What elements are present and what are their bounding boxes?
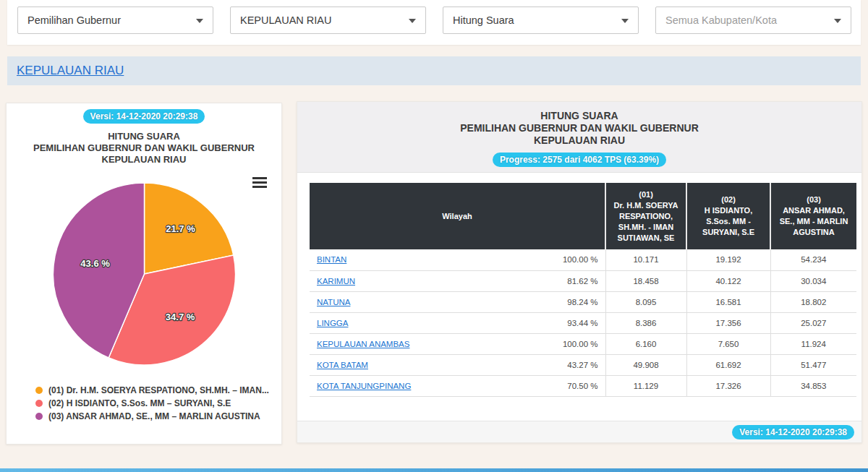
- region-link[interactable]: KOTA BATAM: [317, 361, 368, 369]
- version-badge: Versi: 14-12-2020 20:29:38: [83, 109, 205, 124]
- filter-bar: Pemilihan Gubernur KEPULAUAN RIAU Hitung…: [7, 0, 861, 45]
- region-link[interactable]: KOTA TANJUNGPINANG: [317, 382, 411, 390]
- chart-panel: Versi: 14-12-2020 20:29:38 HITUNG SUARA …: [6, 103, 282, 445]
- region-link[interactable]: LINGGA: [317, 319, 348, 327]
- table-row: KARIMUN 81.62 % 18.458 40.122 30.034: [310, 270, 856, 291]
- chart-title-line2: PEMILIHAN GUBERNUR DAN WAKIL GUBERNUR: [7, 142, 281, 154]
- table-row: KOTA BATAM 43.27 % 49.908 61.692 51.477: [310, 354, 856, 375]
- votes-candidate-1: 49.908: [605, 354, 686, 375]
- election-type-select[interactable]: Pemilihan Gubernur: [17, 7, 213, 34]
- region-progress: 98.24 %: [527, 291, 605, 312]
- region-link[interactable]: BINTAN: [317, 255, 346, 264]
- votes-candidate-1: 18.458: [605, 270, 686, 291]
- table-row: NATUNA 98.24 % 8.095 16.581 18.802: [310, 291, 856, 312]
- votes-candidate-3: 11.924: [770, 333, 856, 354]
- pie-chart-svg: 21.7 %34.7 %43.6 %: [7, 173, 283, 384]
- votes-candidate-2: 17.326: [686, 375, 770, 396]
- votes-candidate-1: 10.171: [605, 249, 686, 270]
- regency-placeholder: Semua Kabupaten/Kota: [665, 14, 777, 26]
- legend-item-candidate-2[interactable]: (02) H ISDIANTO, S.Sos. MM – SURYANI, S.…: [35, 397, 269, 410]
- progress-badge: Progress: 2575 dari 4062 TPS (63.39%): [493, 153, 666, 167]
- votes-candidate-2: 19.192: [686, 249, 770, 270]
- region-progress: 70.50 %: [527, 375, 605, 396]
- results-title-line2: PEMILIHAN GUBERNUR DAN WAKIL GUBERNUR: [297, 122, 861, 134]
- chart-title: HITUNG SUARA PEMILIHAN GUBERNUR DAN WAKI…: [7, 131, 281, 166]
- table-row: LINGGA 93.44 % 8.386 17.356 25.027: [310, 312, 856, 333]
- results-title-line3: KEPULAUAN RIAU: [297, 134, 861, 147]
- province-value: KEPULAUAN RIAU: [240, 14, 332, 26]
- votes-candidate-3: 51.477: [770, 354, 856, 375]
- votes-candidate-2: 40.122: [686, 270, 770, 291]
- legend-label: (01) Dr. H.M. SOERYA RESPATIONO, SH.MH. …: [48, 385, 269, 395]
- legend-item-candidate-3[interactable]: (03) ANSAR AHMAD, SE., MM – MARLIN AGUST…: [35, 410, 269, 423]
- column-header-candidate-1: (01) Dr. H.M. SOERYA RESPATIONO, SH.MH. …: [605, 183, 686, 249]
- region-link[interactable]: NATUNA: [317, 298, 350, 306]
- chevron-down-icon: [196, 19, 203, 23]
- pie-slice-label: 43.6 %: [80, 258, 110, 269]
- votes-candidate-2: 61.692: [686, 354, 770, 375]
- election-type-value: Pemilihan Gubernur: [27, 14, 121, 26]
- votes-candidate-2: 17.356: [686, 312, 770, 333]
- votes-candidate-1: 6.160: [605, 333, 686, 354]
- pie-slice-label: 21.7 %: [166, 223, 195, 234]
- results-footer: Versi: 14-12-2020 20:29:38: [297, 421, 861, 442]
- votes-candidate-2: 7.650: [686, 333, 770, 354]
- votes-candidate-2: 16.581: [686, 291, 770, 312]
- chart-title-line1: HITUNG SUARA: [7, 131, 281, 142]
- pie-slice-label: 34.7 %: [166, 312, 195, 322]
- count-mode-select[interactable]: Hitung Suara: [443, 7, 639, 34]
- results-table: Wilayah (01) Dr. H.M. SOERYA RESPATIONO,…: [310, 183, 856, 397]
- chevron-down-icon: [409, 19, 416, 23]
- region-link[interactable]: KEPULAUAN ANAMBAS: [317, 340, 409, 348]
- column-header-candidate-2: (02) H ISDIANTO, S.Sos. MM - SURYANI, S.…: [686, 183, 770, 249]
- votes-candidate-1: 8.386: [605, 312, 686, 333]
- candidate-name: Dr. H.M. SOERYA RESPATIONO, SH.MH. - IMA…: [613, 201, 678, 242]
- count-mode-value: Hitung Suara: [453, 14, 514, 26]
- chart-legend: (01) Dr. H.M. SOERYA RESPATIONO, SH.MH. …: [35, 384, 269, 423]
- region-progress: 81.62 %: [527, 270, 605, 291]
- votes-candidate-1: 8.095: [605, 291, 686, 312]
- legend-dot-icon: [35, 387, 43, 394]
- column-header-candidate-3: (03) ANSAR AHMAD, SE., MM - MARLIN AGUST…: [770, 183, 856, 249]
- table-row: KOTA TANJUNGPINANG 70.50 % 11.129 17.326…: [310, 375, 856, 396]
- chevron-down-icon: [834, 19, 841, 23]
- votes-candidate-3: 18.802: [770, 291, 856, 312]
- legend-dot-icon: [35, 413, 43, 420]
- candidate-name: ANSAR AHMAD, SE., MM - MARLIN AGUSTINA: [780, 206, 848, 236]
- chart-title-line3: KEPULAUAN RIAU: [7, 154, 281, 166]
- candidate-number: (03): [777, 194, 851, 205]
- legend-item-candidate-1[interactable]: (01) Dr. H.M. SOERYA RESPATIONO, SH.MH. …: [35, 384, 269, 397]
- breadcrumb: KEPULAUAN RIAU: [7, 56, 861, 85]
- region-link[interactable]: KARIMUN: [317, 277, 355, 286]
- results-panel: HITUNG SUARA PEMILIHAN GUBERNUR DAN WAKI…: [297, 101, 862, 443]
- table-row: BINTAN 100.00 % 10.171 19.192 54.234: [310, 249, 856, 270]
- province-select[interactable]: KEPULAUAN RIAU: [230, 7, 426, 34]
- column-header-region: Wilayah: [310, 183, 605, 249]
- votes-candidate-3: 25.027: [770, 312, 856, 333]
- legend-label: (03) ANSAR AHMAD, SE., MM – MARLIN AGUST…: [48, 411, 260, 421]
- legend-dot-icon: [35, 400, 43, 407]
- version-badge: Versi: 14-12-2020 20:29:38: [732, 425, 854, 439]
- legend-label: (02) H ISDIANTO, S.Sos. MM – SURYANI, S.…: [48, 398, 231, 408]
- region-progress: 100.00 %: [527, 333, 605, 354]
- region-progress: 93.44 %: [527, 312, 605, 333]
- breadcrumb-province-link[interactable]: KEPULAUAN RIAU: [17, 64, 124, 78]
- region-progress: 100.00 %: [527, 249, 605, 270]
- candidate-number: (01): [612, 189, 680, 200]
- results-title-line1: HITUNG SUARA: [297, 110, 861, 122]
- table-row: KEPULAUAN ANAMBAS 100.00 % 6.160 7.650 1…: [310, 333, 856, 354]
- regency-select[interactable]: Semua Kabupaten/Kota: [655, 7, 851, 34]
- table-header-row: Wilayah (01) Dr. H.M. SOERYA RESPATIONO,…: [310, 183, 856, 249]
- votes-candidate-1: 11.129: [605, 375, 686, 396]
- candidate-number: (02): [693, 194, 764, 205]
- candidate-name: H ISDIANTO, S.Sos. MM - SURYANI, S.E: [702, 206, 754, 236]
- votes-candidate-3: 34.853: [770, 375, 856, 396]
- results-title: HITUNG SUARA PEMILIHAN GUBERNUR DAN WAKI…: [297, 110, 861, 147]
- chevron-down-icon: [621, 19, 629, 23]
- votes-candidate-3: 30.034: [770, 270, 856, 291]
- votes-candidate-3: 54.234: [770, 249, 856, 270]
- footer-accent-bar: [0, 468, 868, 472]
- region-progress: 43.27 %: [527, 354, 605, 375]
- results-header: HITUNG SUARA PEMILIHAN GUBERNUR DAN WAKI…: [297, 102, 861, 173]
